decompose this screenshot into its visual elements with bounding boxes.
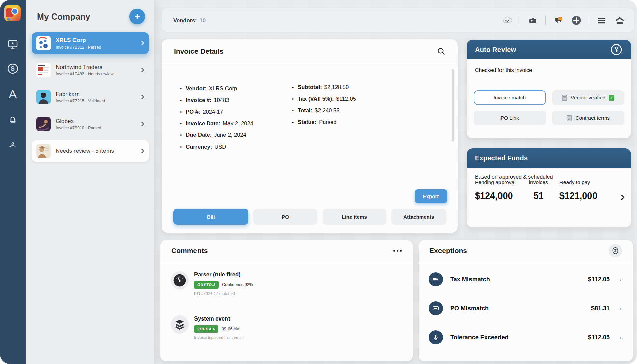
add-circle-icon[interactable]: [571, 14, 582, 26]
comments-menu-button[interactable]: [393, 250, 402, 252]
invoice-scrollbar[interactable]: [452, 69, 454, 142]
auto-review-card: Auto Review Checked for this invoice Inv…: [467, 40, 631, 138]
vendor-name: Northwind Traders: [56, 64, 114, 71]
field-currency: Currency:USD: [180, 144, 253, 150]
invoice-details-header: Invoice Details: [162, 39, 458, 63]
chip-vendor-verified[interactable]: Vendor verified: [552, 90, 625, 105]
exception-row-po-mismatch[interactable]: PO Mismatch $81.31: [429, 299, 623, 318]
vendor-thumbnail: [36, 63, 51, 77]
field-status: Status:Parsed: [292, 119, 356, 125]
exception-label: PO Mismatch: [450, 305, 489, 312]
exceptions-title: Exceptions: [429, 247, 467, 255]
divider: [589, 15, 589, 25]
vendor-item-xrls[interactable]: XRLS Corp Invoice #78312 · Parsed: [32, 32, 149, 54]
exceptions-header: Exceptions: [419, 240, 633, 262]
divider: [520, 15, 520, 25]
comment-item-system: System event 9OEDA.6 09:06 AM Invoice in…: [160, 296, 413, 340]
menu-icon[interactable]: [596, 14, 607, 26]
chevron-right-icon: [140, 95, 144, 99]
comment-note: Invoice ingested from email: [194, 335, 243, 340]
key-person-icon[interactable]: [610, 43, 623, 56]
tab-po[interactable]: PO: [253, 209, 317, 225]
chevron-right-icon: [140, 149, 144, 153]
invoice-fields-right: Subtotal:$2,128.50 Tax (VAT 5%):$112.05 …: [292, 84, 356, 130]
logo-tail-shape: [7, 17, 11, 21]
needs-review-label: Needs review - 5 items: [56, 148, 114, 154]
invoice-details-card: Invoice Details Vendor:XLRS Corp Invoice…: [162, 39, 458, 233]
seal-icon[interactable]: [609, 244, 622, 257]
exception-label: Tolerance Exceeded: [450, 334, 509, 341]
company-title: My Company: [37, 12, 90, 22]
invoice-details-title: Invoice Details: [174, 47, 223, 55]
chip-invoice-match[interactable]: Invoice match: [474, 90, 546, 105]
status-badge: OUYTO.3: [194, 281, 219, 289]
home-icon[interactable]: [614, 14, 626, 26]
divider: [545, 15, 546, 25]
stat-invoices: invoices 51: [529, 179, 548, 201]
feedback-icon[interactable]: [552, 14, 564, 26]
top-bar: Vendors: 10: [162, 8, 634, 32]
exceptions-card: Exceptions Tax Mismatch $112.05: [419, 240, 633, 361]
field-subtotal: Subtotal:$2,128.50: [292, 84, 356, 90]
currency-circle-icon[interactable]: S: [4, 61, 22, 77]
cloud-sync-check-icon[interactable]: [502, 14, 513, 26]
screen-cast-icon[interactable]: [4, 36, 22, 53]
comments-card: Comments Parser (rule fired) OUYTO.3 Con…: [160, 240, 413, 361]
vendor-name: Globex: [56, 118, 101, 125]
clipboard-icon: [562, 94, 567, 101]
exception-label: Tax Mismatch: [450, 276, 490, 283]
arrow-right-icon: [616, 305, 623, 312]
vendor-panel-header: My Company +: [26, 0, 154, 24]
comment-item-parser: Parser (rule fired) OUYTO.3 Confidence 9…: [160, 262, 413, 296]
clipboard-icon: [566, 115, 572, 122]
letter-a-icon[interactable]: A: [4, 86, 22, 102]
exception-row-tolerance-exceeded[interactable]: Tolerance Exceeded $112.05: [429, 328, 623, 347]
check-icon: [609, 95, 614, 101]
expected-funds-stats: Pending approval $124,000 invoices 51 Re…: [475, 179, 624, 201]
exception-amount: $112.05: [588, 334, 610, 341]
invoice-tabs: Bill PO Line items Attachments: [173, 209, 446, 225]
field-vendor: Vendor:XLRS Corp: [180, 85, 253, 92]
vendor-item-globex[interactable]: Globex Invoice #78910 · Parsed: [32, 113, 149, 135]
gauge-avatar-icon: [171, 271, 189, 290]
app-logo-icon[interactable]: [4, 5, 21, 21]
needs-review-thumbnail: [36, 144, 51, 158]
field-invoice-number: Invoice #:10483: [180, 97, 253, 103]
add-vendor-button[interactable]: +: [129, 9, 145, 24]
vendor-item-northwind[interactable]: Northwind Traders Invoice #10483 · Needs…: [32, 59, 149, 81]
chip-po-link[interactable]: PO Link: [474, 111, 546, 125]
briefcase-icon[interactable]: [527, 14, 539, 26]
needs-review-item[interactable]: Needs review - 5 items: [32, 140, 149, 162]
field-po-number: PO #:2024-17: [180, 109, 253, 115]
vendor-item-fabrikam[interactable]: Fabrikam Invoice #77215 · Validated: [32, 86, 149, 108]
arrow-right-icon: [616, 334, 623, 341]
tab-line-items[interactable]: Line items: [323, 209, 386, 225]
tab-attachments[interactable]: Attachments: [391, 209, 446, 225]
status-badge: 9OEDA.6: [194, 325, 218, 333]
stat-ready-to-pay: Ready to pay $121,000: [559, 179, 598, 201]
export-button[interactable]: Export: [415, 189, 447, 203]
tab-bill[interactable]: Bill: [173, 209, 248, 225]
chip-contract-terms[interactable]: Contract terms: [552, 111, 625, 125]
exception-row-tax-mismatch[interactable]: Tax Mismatch $112.05: [429, 270, 623, 289]
microphone-icon: [429, 330, 443, 344]
app-window: S A My Company + XRLS Corp Invoice #7831…: [0, 0, 637, 364]
field-due-date: Due Date:June 2, 2024: [180, 132, 253, 138]
vendor-thumbnail: [36, 36, 51, 50]
vendor-subtitle: Invoice #77215 · Validated: [56, 99, 105, 103]
divider: [162, 63, 458, 63]
expected-funds-title: Expected Funds: [475, 154, 528, 162]
auto-review-chips: Invoice match Vendor verified PO Link Co…: [474, 90, 624, 125]
chevron-right-icon[interactable]: [619, 195, 625, 200]
chevron-right-icon: [140, 122, 144, 126]
search-icon[interactable]: [437, 47, 446, 56]
top-bar-actions: [502, 14, 626, 26]
truck-icon: [429, 272, 443, 286]
signature-icon[interactable]: [4, 136, 22, 152]
bell-icon[interactable]: [4, 111, 22, 127]
vendor-thumbnail: [36, 90, 51, 104]
auto-review-title: Auto Review: [475, 46, 516, 54]
invoice-fields-left: Vendor:XLRS Corp Invoice #:10483 PO #:20…: [180, 85, 253, 155]
exceptions-list: Tax Mismatch $112.05 PO Mismatch $81.31: [419, 262, 633, 347]
logo-magnifier-shape: [11, 8, 18, 15]
